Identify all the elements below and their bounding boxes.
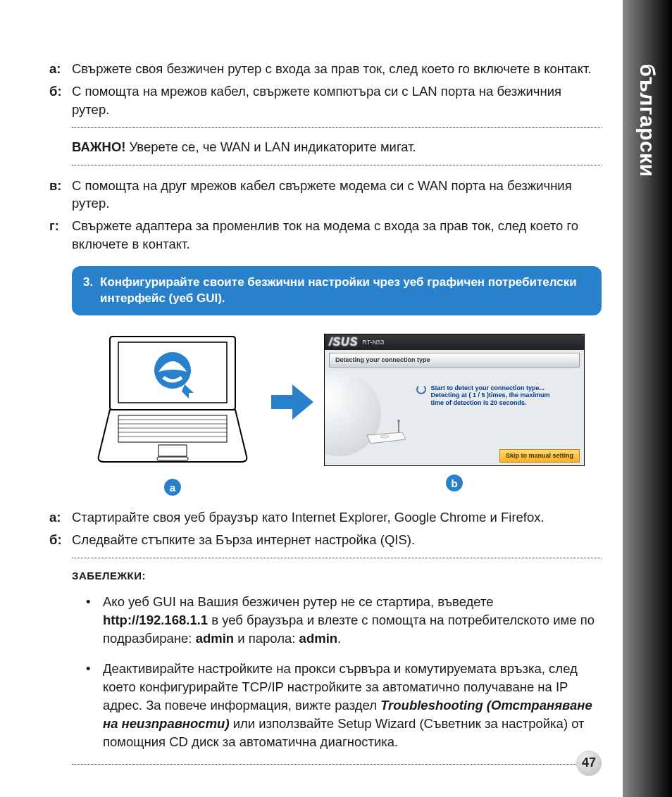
important-note: ВАЖНО! Уверете се, че WAN и LAN индикато… <box>72 138 602 156</box>
step-text: Конфигурирайте своите безжични настройки… <box>100 275 590 307</box>
step-text: Свържете адаптера за променлив ток на мо… <box>72 217 602 253</box>
step-letter: б: <box>49 82 72 119</box>
step-number: 3. <box>83 275 100 307</box>
bullet-icon: • <box>86 660 103 751</box>
step-letter: а: <box>49 508 72 527</box>
message-line-2: Detecting at ( 1 / 5 )times, the maximum… <box>431 391 550 406</box>
svg-point-11 <box>397 420 400 422</box>
credential: admin <box>196 631 234 646</box>
brand-logo: /SUS <box>329 334 358 350</box>
step-text: Следвайте стъпките за Бърза интернет нас… <box>72 531 415 549</box>
badge-b: b <box>446 475 463 491</box>
note-text: Деактивирайте настройките на прокси сърв… <box>103 660 602 751</box>
step-a-bottom: а: Стартирайте своя уеб браузър като Int… <box>49 508 602 527</box>
arrow-right-icon <box>268 381 317 423</box>
page-number: 47 <box>576 751 602 776</box>
language-side-tab: български <box>623 0 672 797</box>
svg-rect-9 <box>157 457 188 460</box>
important-text: Уверете се, че WAN и LAN индикаторите ми… <box>125 139 416 154</box>
step-text: С помощта на мрежов кабел, свържете комп… <box>72 82 602 119</box>
bullet-icon: • <box>86 593 103 648</box>
url-text: http://192.168.1.1 <box>103 613 208 627</box>
message-line-1: Start to detect your connection type... <box>431 384 545 391</box>
step-b-bottom: б: Следвайте стъпките за Бърза интернет … <box>49 531 602 549</box>
router-ui-graphic <box>325 370 416 460</box>
step-letter: а: <box>49 60 72 78</box>
divider <box>72 764 602 765</box>
credential: admin <box>299 631 337 646</box>
page-content: а: Свържете своя безжичен рутер с входа … <box>0 0 672 765</box>
laptop-icon <box>85 330 261 470</box>
router-icon <box>363 420 409 448</box>
svg-rect-8 <box>158 445 187 456</box>
step-text: Стартирайте своя уеб браузър като Intern… <box>72 508 545 527</box>
router-model: RT-N53 <box>362 338 384 347</box>
important-label: ВАЖНО! <box>72 139 125 154</box>
badge-a: a <box>164 479 181 496</box>
divider <box>72 558 602 558</box>
router-ui-message: Start to detect your connection type... … <box>416 370 584 460</box>
text: . <box>337 631 341 646</box>
step-letter: б: <box>49 531 72 549</box>
divider <box>72 165 602 165</box>
language-label: български <box>633 63 662 177</box>
step-letter: в: <box>49 177 72 213</box>
step-text: Свържете своя безжичен рутер с входа за … <box>72 60 592 78</box>
illustration-b: /SUS RT-N53 Detecting your connection ty… <box>324 334 585 491</box>
step-c: в: С помощта на друг мрежов кабел свърже… <box>49 177 602 213</box>
skip-manual-button[interactable]: Skip to manual setting <box>499 449 580 463</box>
router-ui-header: /SUS RT-N53 <box>325 334 584 350</box>
note-bullet-1: • Ако уеб GUI на Вашия безжичен рутер не… <box>86 593 602 648</box>
step-b: б: С помощта на мрежов кабел, свържете к… <box>49 82 602 119</box>
step-letter: г: <box>49 217 72 253</box>
step-a: а: Свържете своя безжичен рутер с входа … <box>49 60 602 78</box>
illustration-a: a <box>85 330 261 496</box>
text: Ако уеб GUI на Вашия безжичен рутер не с… <box>103 594 494 609</box>
router-ui-title-bar: Detecting your connection type <box>329 353 580 368</box>
note-text: Ако уеб GUI на Вашия безжичен рутер не с… <box>103 593 602 648</box>
notes-heading: ЗАБЕЛЕЖКИ: <box>72 568 602 583</box>
illustration-row: a /SUS RT-N53 Detecting your connection … <box>85 330 602 496</box>
note-bullet-2: • Деактивирайте настройките на прокси съ… <box>86 660 602 751</box>
step-d: г: Свържете адаптера за променлив ток на… <box>49 217 602 253</box>
divider <box>72 127 602 128</box>
step-3-highlight-box: 3. Конфигурирайте своите безжични настро… <box>72 266 602 315</box>
spinner-icon <box>416 384 426 394</box>
svg-point-12 <box>380 435 389 438</box>
router-setup-screenshot: /SUS RT-N53 Detecting your connection ty… <box>324 334 585 466</box>
step-text: С помощта на друг мрежов кабел свържете … <box>72 177 602 213</box>
text: и парола: <box>234 631 299 646</box>
